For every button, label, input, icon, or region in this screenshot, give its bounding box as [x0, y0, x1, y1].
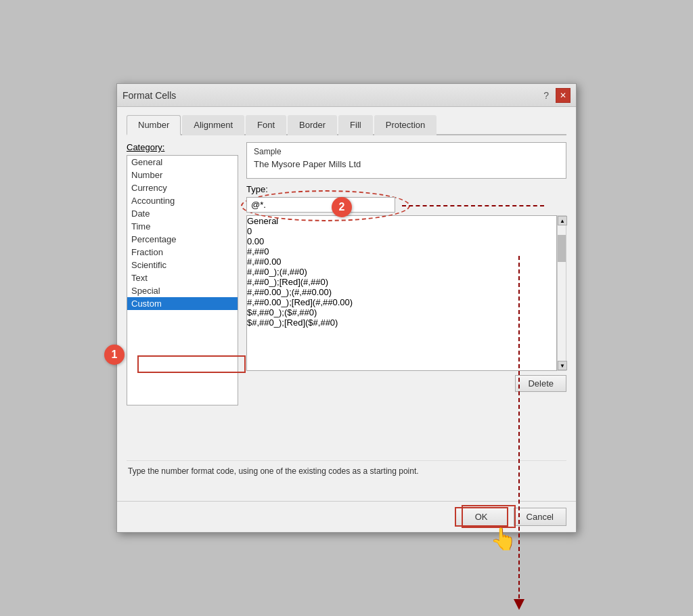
tab-protection[interactable]: Protection [374, 115, 437, 135]
format-hash-##0.00[interactable]: #,##0.00 [247, 257, 556, 267]
format-list-wrapper: General 0 0.00 #,##0 #,##0.00 #,##0_);(#… [246, 215, 566, 371]
sample-label: Sample [254, 147, 559, 156]
scroll-thumb[interactable] [558, 235, 566, 262]
category-custom[interactable]: Custom [127, 297, 238, 310]
format-list[interactable]: General 0 0.00 #,##0 #,##0.00 #,##0_);(#… [246, 215, 557, 371]
scroll-down-arrow[interactable]: ▼ [558, 361, 567, 370]
format-dollar-##0-red[interactable]: $#,##0_);[Red]($#,##0) [247, 317, 556, 328]
description-text: Type the number format code, using one o… [127, 460, 566, 494]
type-label: Type: [246, 184, 566, 194]
format-dollar-##0_[interactable]: $#,##0_);($#,##0) [247, 307, 556, 317]
category-percentage[interactable]: Percentage [127, 233, 238, 246]
dashed-line-h [402, 205, 544, 206]
tab-bar: Number Alignment Font Border Fill Protec… [127, 114, 566, 135]
cursor-hand-icon: 👆 [490, 526, 517, 552]
format-hash-##0_[interactable]: #,##0_);(#,##0) [247, 267, 556, 277]
category-list[interactable]: General Number Currency Accounting Date … [127, 155, 238, 405]
format-hash-##0.00_[interactable]: #,##0.00_);(#,##0.00) [247, 287, 556, 297]
tab-number[interactable]: Number [127, 115, 181, 135]
tab-border[interactable]: Border [288, 115, 337, 135]
type-input-row [246, 197, 566, 213]
format-0[interactable]: 0 [247, 226, 556, 236]
help-button[interactable]: ? [539, 90, 553, 101]
scroll-track [558, 262, 566, 361]
tab-font[interactable]: Font [246, 115, 286, 135]
format-0.00[interactable]: 0.00 [247, 236, 556, 246]
category-scientific[interactable]: Scientific [127, 259, 238, 271]
cancel-button[interactable]: Cancel [514, 508, 566, 526]
format-hash-##0-red[interactable]: #,##0_);[Red](#,##0) [247, 277, 556, 287]
format-hash-##0[interactable]: #,##0 [247, 246, 556, 257]
format-general[interactable]: General [247, 216, 556, 226]
format-list-scrollbar[interactable]: ▲ ▼ [557, 215, 566, 371]
badge-1: 1 [104, 345, 125, 365]
tab-alignment[interactable]: Alignment [182, 115, 244, 135]
badge-2: 2 [332, 197, 352, 217]
category-fraction[interactable]: Fraction [127, 246, 238, 259]
category-number[interactable]: Number [127, 169, 238, 181]
delete-row: Delete [246, 375, 566, 392]
tab-fill[interactable]: Fill [338, 115, 373, 135]
category-general[interactable]: General [127, 156, 238, 169]
scroll-up-arrow[interactable]: ▲ [558, 216, 567, 225]
format-hash-##0.00-red[interactable]: #,##0.00_);[Red](#,##0.00) [247, 297, 556, 307]
category-time[interactable]: Time [127, 220, 238, 233]
type-input[interactable] [246, 197, 395, 213]
delete-button[interactable]: Delete [515, 375, 566, 392]
category-special[interactable]: Special [127, 284, 238, 297]
category-label: Category: [127, 142, 238, 152]
category-date[interactable]: Date [127, 207, 238, 220]
category-accounting[interactable]: Accounting [127, 194, 238, 207]
category-text[interactable]: Text [127, 271, 238, 284]
category-currency[interactable]: Currency [127, 181, 238, 194]
dialog-title: Format Cells [122, 90, 176, 101]
close-button[interactable]: ✕ [556, 88, 571, 103]
ok-button[interactable]: OK [455, 507, 508, 527]
sample-value: The Mysore Paper Mills Ltd [254, 159, 559, 174]
sample-box: Sample The Mysore Paper Mills Ltd [246, 142, 566, 179]
